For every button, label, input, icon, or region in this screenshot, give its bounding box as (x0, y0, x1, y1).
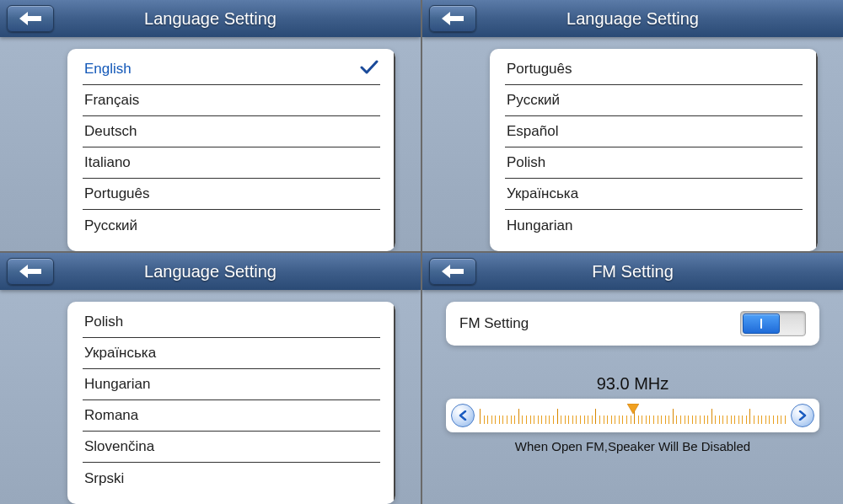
toggle-knob (743, 314, 780, 334)
content: Polish Українська Hungarian Romana Slove… (0, 290, 421, 504)
list-item[interactable]: Polish (83, 307, 380, 338)
list-item[interactable]: Русский (83, 210, 380, 241)
back-arrow-icon (442, 265, 464, 278)
back-arrow-icon (19, 265, 41, 278)
chevron-right-icon (798, 410, 807, 421)
list-item[interactable]: Italiano (83, 147, 380, 179)
list-item[interactable]: Srpski (83, 463, 380, 494)
panel-language-1: Language Setting English Français Deutsc… (0, 0, 421, 251)
language-list: English Français Deutsch Italiano Portug… (67, 49, 395, 251)
list-item-label: Deutsch (84, 123, 137, 140)
list-item[interactable]: Português (83, 179, 380, 210)
back-arrow-icon (19, 12, 41, 25)
list-item[interactable]: Hungarian (83, 369, 380, 400)
list-item-label: Français (84, 92, 139, 109)
header: FM Setting (422, 253, 843, 290)
back-arrow-icon (442, 12, 464, 25)
back-button[interactable] (7, 258, 54, 285)
list-item[interactable]: Українська (505, 179, 803, 210)
list-item-label: Português (84, 185, 150, 202)
list-item-label: Srpski (84, 470, 124, 487)
header: Language Setting (0, 0, 421, 37)
back-button[interactable] (429, 5, 476, 32)
fm-toggle[interactable] (740, 311, 806, 336)
list-item[interactable]: Français (83, 85, 380, 116)
list-item-label: Polish (507, 154, 545, 171)
list-item-label: Slovenčina (84, 438, 154, 455)
list-item[interactable]: Polish (505, 147, 803, 179)
language-list: Polish Українська Hungarian Romana Slove… (67, 302, 395, 504)
fm-toggle-row: FM Setting (446, 302, 819, 346)
fm-label: FM Setting (459, 315, 529, 332)
freq-up-button[interactable] (791, 404, 814, 427)
content: English Français Deutsch Italiano Portug… (0, 37, 421, 251)
list-item-label: Polish (84, 314, 123, 330)
content: FM Setting 93.0 MHz (422, 290, 843, 504)
list-item[interactable]: Slovenčina (83, 432, 380, 463)
header: Language Setting (0, 253, 421, 290)
frequency-value: 93.0 MHz (446, 374, 819, 394)
list-item-label: Українська (507, 185, 578, 202)
list-item[interactable]: Português (505, 54, 803, 85)
page-title: Language Setting (144, 262, 277, 281)
page-title: FM Setting (592, 262, 674, 281)
frequency-slider[interactable] (446, 399, 819, 432)
list-item[interactable]: Русский (505, 85, 803, 116)
list-item-label: Русский (84, 217, 137, 234)
back-button[interactable] (429, 258, 476, 285)
panel-fm: FM Setting FM Setting 93.0 MHz (422, 253, 843, 504)
tick-scale (480, 404, 786, 427)
list-item[interactable]: Українська (83, 338, 380, 369)
panel-language-3: Language Setting Polish Українська Hunga… (0, 253, 421, 504)
page-title: Language Setting (566, 9, 699, 29)
list-item[interactable]: Hungarian (505, 210, 803, 241)
list-item-label: Español (507, 123, 558, 140)
freq-down-button[interactable] (451, 404, 475, 427)
back-button[interactable] (7, 5, 54, 32)
list-item-label: Українська (84, 345, 156, 362)
panel-language-2: Language Setting Português Русский Españ… (422, 0, 843, 251)
list-item-label: Português (507, 61, 572, 78)
content: Português Русский Español Polish Українс… (422, 37, 843, 251)
slider-marker-icon (627, 404, 639, 417)
list-item-label: Русский (507, 92, 560, 109)
page-title: Language Setting (144, 9, 277, 29)
frequency-block: 93.0 MHz When Open FM,Speaker Will Be Di… (446, 374, 819, 453)
fm-note: When Open FM,Speaker Will Be Disabled (446, 439, 819, 453)
list-item[interactable]: Español (505, 116, 803, 147)
list-item-label: English (84, 61, 132, 78)
chevron-left-icon (459, 410, 467, 421)
header: Language Setting (422, 0, 843, 37)
check-icon (360, 60, 379, 79)
list-item-label: Hungarian (507, 217, 572, 234)
list-item[interactable]: English (83, 54, 380, 85)
list-item-label: Romana (84, 407, 138, 424)
list-item-label: Italiano (84, 154, 131, 171)
list-item[interactable]: Romana (83, 400, 380, 432)
language-list: Português Русский Español Polish Українс… (490, 49, 818, 251)
list-item[interactable]: Deutsch (83, 116, 380, 147)
list-item-label: Hungarian (84, 376, 150, 393)
